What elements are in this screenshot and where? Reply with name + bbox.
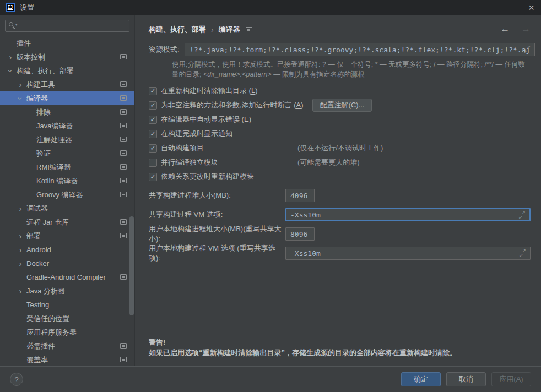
settings-sidebar: ▾ 插件›版本控制›构建、执行、部署›构建工具›编译器排除Java编译器注解处理…: [0, 15, 135, 366]
chevron-down-icon[interactable]: ›: [17, 94, 24, 104]
resource-patterns-input[interactable]: !?*.java;!?*.form;!?*.class;!?*.groovy;!…: [185, 43, 535, 56]
sidebar-item-excludes[interactable]: 排除: [0, 105, 134, 119]
sidebar-item-deployment[interactable]: ›部署: [0, 229, 134, 243]
intellij-logo-icon: IJ: [6, 3, 15, 12]
sidebar-item-rmi-compiler[interactable]: RMI编译器: [0, 160, 134, 174]
checkbox[interactable]: ✓: [149, 173, 157, 181]
sidebar-scrollbar[interactable]: [129, 216, 134, 315]
sidebar-item-debugger[interactable]: ›调试器: [0, 202, 134, 215]
sidebar-item-label: 构建工具: [25, 80, 55, 90]
field-row: 用户本地构建过程 VM 选项 (重写共享选项):-Xss10m↗↙: [149, 247, 531, 260]
sidebar-item-label: Java 分析器: [25, 286, 65, 296]
back-arrow-icon[interactable]: ←: [500, 24, 510, 34]
sidebar-item-android[interactable]: ›Android: [0, 243, 134, 257]
sidebar-item-remote-jar-repositories[interactable]: 远程 Jar 仓库: [0, 215, 134, 229]
sidebar-item-label: Testing: [25, 301, 49, 309]
apply-button: 应用(A): [491, 372, 531, 386]
sidebar-item-testing[interactable]: Testing: [0, 298, 134, 312]
sidebar-item-application-servers[interactable]: 应用程序服务器: [0, 325, 134, 339]
checkbox[interactable]: ✓: [149, 87, 157, 95]
checkbox[interactable]: ✓: [149, 130, 157, 138]
sidebar-item-label: Docker: [25, 259, 49, 268]
dialog-footer: ? 确定 取消 应用(A): [0, 366, 541, 392]
breadcrumb: 构建、执行、部署 › 编译器 ← →: [149, 22, 531, 37]
user-local-heap-size-input[interactable]: 8096: [285, 227, 315, 241]
resource-patterns-value: !?*.java;!?*.form;!?*.class;!?*.groovy;!…: [190, 46, 530, 54]
resource-patterns-label: 资源模式:: [149, 45, 185, 55]
search-input[interactable]: [5, 20, 129, 32]
checkbox-label: 并行编译独立模块: [161, 157, 218, 167]
close-icon[interactable]: ×: [528, 2, 534, 14]
sidebar-item-trusted-locations[interactable]: 受信任的位置: [0, 312, 134, 325]
sidebar-item-version-control[interactable]: ›版本控制: [0, 50, 134, 64]
screen-icon: [120, 54, 127, 59]
checkbox[interactable]: ✓: [149, 144, 157, 153]
chevron-down-icon[interactable]: ›: [7, 66, 14, 76]
sidebar-item-label: 插件: [15, 39, 31, 48]
ok-button[interactable]: 确定: [401, 372, 441, 386]
chevron-right-icon[interactable]: ›: [6, 53, 15, 61]
checkbox-row: ✓在编辑器中自动显示错误 (E): [149, 112, 531, 127]
build-process-fields: 共享构建进程堆大小(MB):4096共享构建过程 VM 选项:-Xss10m↗↙…: [149, 189, 531, 260]
sidebar-item-annotation-processors[interactable]: 注解处理器: [0, 133, 134, 146]
user-local-vm-options-value: -Xss10m: [290, 249, 526, 258]
checkbox[interactable]: ✓: [149, 116, 157, 124]
shared-vm-options-label: 共享构建过程 VM 选项:: [149, 210, 285, 220]
configure-annotations-button[interactable]: 配置注解(C)...: [312, 99, 372, 112]
user-local-heap-size-value: 8096: [290, 230, 310, 238]
screen-icon: [120, 164, 127, 170]
chevron-right-icon[interactable]: ›: [15, 232, 25, 240]
screen-icon: [120, 150, 127, 156]
sidebar-item-groovy-compiler[interactable]: Groovy 编译器: [0, 188, 134, 202]
field-row: 共享构建过程 VM 选项:-Xss10m↗↙: [149, 208, 531, 221]
sidebar-item-java-profiler[interactable]: ›Java 分析器: [0, 284, 134, 298]
sidebar-item-plugins[interactable]: 插件: [0, 36, 134, 50]
expand-field-icon[interactable]: ↗↙: [523, 46, 531, 53]
chevron-right-icon[interactable]: ›: [15, 205, 25, 213]
checkbox-comment: (仅在不运行/不调试时工作): [297, 143, 383, 153]
expand-field-icon[interactable]: ↗↙: [519, 249, 526, 257]
screen-icon: [120, 178, 127, 183]
checkbox-label: 为非空注释的方法和参数,添加运行时断言 (A): [161, 100, 304, 110]
sidebar-item-java-compiler[interactable]: Java编译器: [0, 119, 134, 133]
sidebar-item-label: Kotlin 编译器: [35, 176, 78, 186]
sidebar-item-build-execution-deployment[interactable]: ›构建、执行、部署: [0, 64, 134, 78]
user-local-vm-options-input[interactable]: -Xss10m↗↙: [285, 247, 531, 260]
chevron-right-icon[interactable]: ›: [15, 246, 25, 254]
cancel-button[interactable]: 取消: [446, 372, 486, 386]
sidebar-item-label: Groovy 编译器: [35, 190, 83, 200]
sidebar-item-kotlin-compiler[interactable]: Kotlin 编译器: [0, 174, 134, 188]
shared-heap-size-input[interactable]: 4096: [285, 189, 315, 202]
help-button[interactable]: ?: [10, 373, 23, 386]
checkbox-comment: (可能需要更大的堆): [297, 157, 360, 167]
sidebar-item-label: 应用程序服务器: [25, 328, 77, 337]
expand-field-icon[interactable]: ↗↙: [518, 211, 526, 219]
checkbox[interactable]: ✓: [149, 101, 157, 110]
sidebar-item-build-tools[interactable]: ›构建工具: [0, 78, 134, 91]
sidebar-item-compiler[interactable]: ›编译器: [0, 91, 134, 105]
checkbox-label: 在构建完成时显示通知: [161, 129, 232, 139]
chevron-right-icon[interactable]: ›: [15, 260, 25, 268]
shared-vm-options-input[interactable]: -Xss10m↗↙: [285, 208, 531, 221]
sidebar-item-label: 受信任的位置: [25, 314, 69, 324]
chevron-right-icon[interactable]: ›: [15, 81, 25, 89]
screen-icon: [120, 95, 127, 101]
screen-icon: [120, 233, 127, 238]
warning-block: 警告! 如果已启用选项“重新构建时清除输出目录”，存储生成源的目录的全部内容将在…: [149, 337, 531, 358]
settings-content: 构建、执行、部署 › 编译器 ← → 资源模式: !?*.java;!?*.fo…: [135, 15, 541, 366]
breadcrumb-parent[interactable]: 构建、执行、部署: [149, 25, 206, 35]
sidebar-item-validation[interactable]: 验证: [0, 146, 134, 160]
sidebar-item-required-plugins[interactable]: 必需插件: [0, 339, 134, 353]
checkbox[interactable]: [149, 159, 157, 167]
field-row: 共享构建进程堆大小(MB):4096: [149, 189, 531, 202]
sidebar-item-label: 部署: [25, 231, 41, 241]
sidebar-item-gradle-android-compiler[interactable]: Gradle-Android Compiler: [0, 270, 134, 284]
sidebar-item-coverage[interactable]: 覆盖率: [0, 353, 134, 366]
screen-icon: [120, 219, 127, 225]
screen-icon: [120, 109, 127, 115]
checkbox-row: ✓依赖关系更改时重新构建模块: [149, 170, 531, 184]
sidebar-item-docker[interactable]: ›Docker: [0, 257, 134, 270]
sidebar-item-label: 编译器: [25, 94, 48, 104]
sidebar-item-label: Java编译器: [35, 121, 73, 131]
chevron-right-icon[interactable]: ›: [15, 287, 25, 295]
